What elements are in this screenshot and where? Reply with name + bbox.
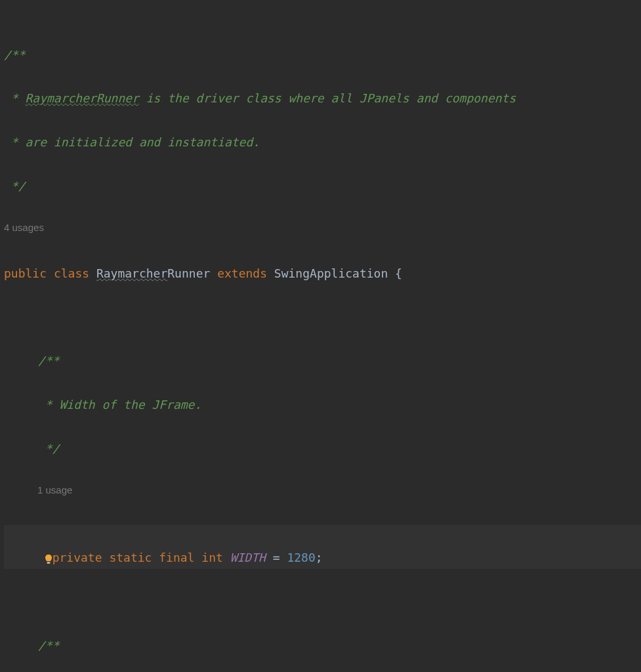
javadoc-line: */ — [4, 438, 641, 459]
javadoc-line: */ — [4, 175, 641, 197]
code-editor[interactable]: /** * RaymarcherRunner is the driver cla… — [0, 0, 641, 672]
javadoc-line: /** — [4, 350, 641, 371]
blank-line — [4, 591, 641, 612]
class-declaration: public class RaymarcherRunner extends Sw… — [4, 262, 641, 284]
usages-hint[interactable]: 1 usage — [4, 481, 641, 503]
javadoc-line: /** — [4, 635, 641, 656]
javadoc-line: * Width of the JFrame. — [4, 394, 641, 415]
javadoc-line: * are initialized and instantiated. — [4, 131, 641, 153]
intention-bulb-icon[interactable] — [14, 529, 26, 541]
usages-hint[interactable]: 4 usages — [4, 219, 641, 240]
svg-rect-0 — [47, 562, 51, 564]
blank-line — [4, 306, 641, 328]
javadoc-line: /** — [4, 44, 641, 66]
field-width-declaration: private static final int WIDTH = 1280; — [4, 525, 641, 569]
javadoc-line: * RaymarcherRunner is the driver class w… — [4, 87, 641, 109]
